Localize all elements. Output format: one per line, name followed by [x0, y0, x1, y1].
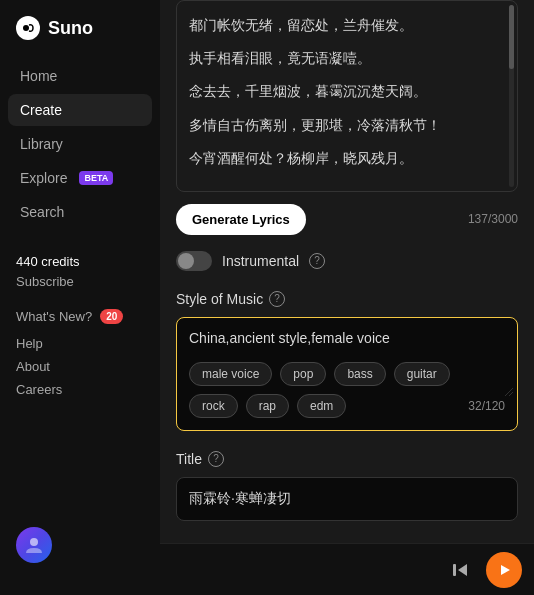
title-help-icon[interactable]: ?	[208, 451, 224, 467]
previous-button[interactable]	[442, 552, 478, 588]
about-link[interactable]: About	[16, 359, 144, 374]
generate-lyrics-row: Generate Lyrics 137/3000	[176, 204, 518, 235]
main-content: 都门帐饮无绪，留恋处，兰舟催发。 执手相看泪眼，竟无语凝噎。 念去去，千里烟波，…	[160, 0, 534, 595]
style-input[interactable]: China,ancient style,female voice	[189, 330, 505, 350]
style-tag-pop[interactable]: pop	[280, 362, 326, 386]
instrumental-toggle[interactable]	[176, 251, 212, 271]
title-section-label: Title ?	[176, 451, 518, 467]
svg-point-1	[30, 538, 38, 546]
lyrics-box: 都门帐饮无绪，留恋处，兰舟催发。 执手相看泪眼，竟无语凝噎。 念去去，千里烟波，…	[176, 0, 518, 192]
style-tag-guitar[interactable]: guitar	[394, 362, 450, 386]
careers-link[interactable]: Careers	[16, 382, 144, 397]
sidebar-links: Help About Careers	[0, 336, 160, 397]
player-bar	[160, 543, 534, 595]
scrollbar-thumb[interactable]	[509, 5, 514, 69]
notification-badge: 20	[100, 309, 123, 324]
svg-line-2	[505, 388, 513, 396]
svg-rect-4	[453, 564, 456, 576]
sidebar-item-search[interactable]: Search	[8, 196, 152, 228]
lyrics-line-3: 念去去，千里烟波，暮霭沉沉楚天阔。	[189, 79, 505, 104]
style-tag-male-voice[interactable]: male voice	[189, 362, 272, 386]
main-scroll-area[interactable]: 都门帐饮无绪，留恋处，兰舟催发。 执手相看泪眼，竟无语凝噎。 念去去，千里烟波，…	[160, 0, 534, 543]
instrumental-help-icon[interactable]: ?	[309, 253, 325, 269]
sidebar-item-label: Explore	[20, 170, 67, 186]
lyrics-text: 都门帐饮无绪，留恋处，兰舟催发。 执手相看泪眼，竟无语凝噎。 念去去，千里烟波，…	[189, 13, 505, 171]
title-input[interactable]: 雨霖铃·寒蝉凄切	[176, 477, 518, 521]
resize-handle[interactable]	[503, 382, 513, 392]
subscribe-button[interactable]: Subscribe	[16, 274, 144, 289]
style-tags: male voice pop bass guitar rock rap edm …	[189, 362, 505, 418]
style-tag-rock[interactable]: rock	[189, 394, 238, 418]
style-box[interactable]: China,ancient style,female voice male vo…	[176, 317, 518, 431]
help-link[interactable]: Help	[16, 336, 144, 351]
logo: Suno	[0, 16, 160, 60]
lyrics-line-5: 今宵酒醒何处？杨柳岸，晓风残月。	[189, 146, 505, 171]
lyrics-line-4: 多情自古伤离别，更那堪，冷落清秋节！	[189, 113, 505, 138]
sidebar-item-label: Search	[20, 204, 64, 220]
sidebar-nav: Home Create Library Explore BETA Search	[0, 60, 160, 228]
avatar[interactable]	[16, 527, 52, 563]
sidebar-item-create[interactable]: Create	[8, 94, 152, 126]
style-help-icon[interactable]: ?	[269, 291, 285, 307]
sidebar-item-label: Library	[20, 136, 63, 152]
style-char-count: 32/120	[468, 399, 505, 413]
title-section: Title ? 雨霖铃·寒蝉凄切	[176, 451, 518, 521]
generate-lyrics-button[interactable]: Generate Lyrics	[176, 204, 306, 235]
logo-text: Suno	[48, 18, 93, 39]
sidebar-item-library[interactable]: Library	[8, 128, 152, 160]
whats-new[interactable]: What's New? 20	[0, 309, 160, 324]
whats-new-text: What's New?	[16, 309, 92, 324]
scrollbar-track	[509, 5, 514, 187]
instrumental-row: Instrumental ?	[176, 251, 518, 271]
svg-point-0	[23, 25, 29, 31]
logo-icon	[16, 16, 40, 40]
sidebar-credits: 440 credits Subscribe	[0, 252, 160, 289]
sidebar-avatar[interactable]	[0, 511, 160, 579]
style-tag-bass[interactable]: bass	[334, 362, 385, 386]
svg-line-3	[509, 392, 513, 396]
style-tag-rap[interactable]: rap	[246, 394, 289, 418]
sidebar-item-explore[interactable]: Explore BETA	[8, 162, 152, 194]
lyrics-line-1: 都门帐饮无绪，留恋处，兰舟催发。	[189, 13, 505, 38]
sidebar-item-label: Create	[20, 102, 62, 118]
beta-badge: BETA	[79, 171, 113, 185]
style-tag-edm[interactable]: edm	[297, 394, 346, 418]
style-section-label: Style of Music ?	[176, 291, 518, 307]
play-button[interactable]	[486, 552, 522, 588]
lyrics-char-count: 137/3000	[468, 212, 518, 226]
sidebar: Suno Home Create Library Explore BETA Se…	[0, 0, 160, 595]
toggle-thumb	[178, 253, 194, 269]
style-of-music-section: Style of Music ? China,ancient style,fem…	[176, 291, 518, 431]
sidebar-item-label: Home	[20, 68, 57, 84]
credits-text: 440 credits	[16, 254, 80, 269]
lyrics-line-2: 执手相看泪眼，竟无语凝噎。	[189, 46, 505, 71]
sidebar-item-home[interactable]: Home	[8, 60, 152, 92]
instrumental-label: Instrumental	[222, 253, 299, 269]
